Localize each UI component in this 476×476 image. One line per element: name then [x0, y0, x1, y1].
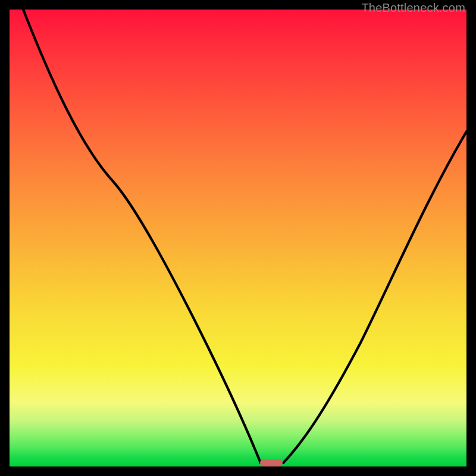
plot-gradient-background — [10, 10, 466, 466]
chart-frame: TheBottleneck.com — [0, 0, 476, 476]
